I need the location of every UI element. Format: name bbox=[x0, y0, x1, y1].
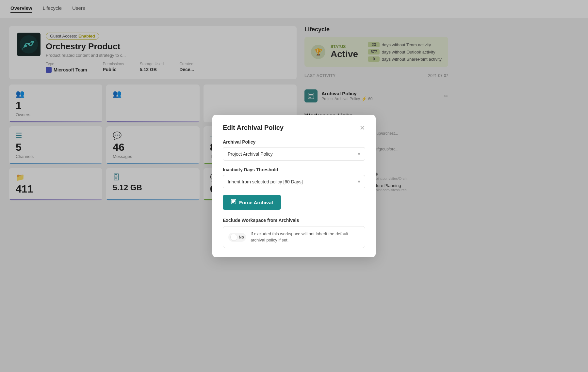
exclude-section-label: Exclude Workspace from Archivals bbox=[223, 218, 365, 223]
edit-archival-policy-modal: Edit Archival Policy ✕ Archival Policy P… bbox=[212, 115, 376, 257]
archival-policy-chevron-icon: ▾ bbox=[358, 151, 360, 157]
exclude-description: If excluded this workspace will not inhe… bbox=[251, 231, 360, 243]
force-archival-btn-icon bbox=[231, 199, 237, 206]
exclude-toggle[interactable]: No bbox=[228, 233, 246, 242]
svg-rect-11 bbox=[232, 202, 234, 203]
inactivity-section-label: Inactivity Days Threshold bbox=[223, 167, 365, 172]
modal-title: Edit Archival Policy bbox=[223, 124, 284, 132]
inactivity-chevron-icon: ▾ bbox=[358, 178, 360, 185]
archival-policy-select[interactable]: Project Archival Policy ▾ bbox=[223, 147, 365, 161]
inactivity-select[interactable]: Inherit from selected policy [60 Days] ▾ bbox=[223, 175, 365, 188]
modal-close-button[interactable]: ✕ bbox=[360, 125, 365, 131]
archival-policy-select-value: Project Archival Policy bbox=[228, 151, 273, 157]
inactivity-select-value: Inherit from selected policy [60 Days] bbox=[228, 179, 303, 184]
toggle-label: No bbox=[239, 235, 244, 240]
modal-overlay: Edit Archival Policy ✕ Archival Policy P… bbox=[0, 0, 588, 372]
force-archival-btn-label: Force Archival bbox=[239, 200, 273, 205]
archival-policy-section-label: Archival Policy bbox=[223, 139, 365, 145]
svg-rect-10 bbox=[232, 201, 235, 202]
force-archival-button[interactable]: Force Archival bbox=[223, 195, 281, 210]
toggle-circle bbox=[230, 234, 237, 241]
svg-rect-9 bbox=[232, 200, 235, 201]
modal-header: Edit Archival Policy ✕ bbox=[223, 124, 365, 132]
exclude-card: No If excluded this workspace will not i… bbox=[223, 226, 365, 248]
